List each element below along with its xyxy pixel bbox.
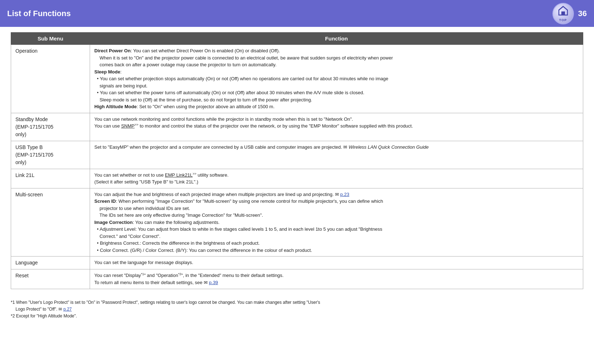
table-row: Language You can set the language for me… [11,257,583,269]
col-header-function: Function [90,33,583,45]
submenu-cell-reset: Reset [11,269,90,289]
page-title: List of Functions [7,9,71,18]
logo-text: TOP [559,18,567,22]
table-row: Link 21L You can set whether or not to u… [11,169,583,188]
footnote-2: *2 Except for "High Altitude Mode". [11,313,583,320]
logo-icon [557,5,569,18]
svg-marker-1 [563,6,567,10]
function-cell-language: You can set the language for message dis… [90,257,583,269]
submenu-cell-link21l: Link 21L [11,169,90,188]
footnote-1: *1 When "User's Logo Protect" is set to … [11,299,583,313]
table-row: Multi-screen You can adjust the hue and … [11,188,583,257]
function-cell-operation: Direct Power On: You can set whether Dir… [90,45,583,113]
function-cell-standby: You can use network monitoring and contr… [90,113,583,141]
function-cell-reset: You can reset "Display*1" and "Operation… [90,269,583,289]
svg-rect-3 [561,11,565,15]
function-cell-link21l: You can set whether or not to use EMP Li… [90,169,583,188]
page-number: 36 [578,9,587,18]
footnotes: *1 When "User's Logo Protect" is set to … [0,296,594,323]
submenu-cell-usbtypeb: USB Type B(EMP-1715/1705only) [11,141,90,169]
page-header: List of Functions TOP 36 [0,0,594,27]
submenu-cell-multiscreen: Multi-screen [11,188,90,257]
top-logo: TOP [552,3,574,24]
table-row: Reset You can reset "Display*1" and "Ope… [11,269,583,289]
submenu-cell-operation: Operation [11,45,90,113]
svg-line-2 [559,6,563,10]
table-row: Operation Direct Power On: You can set w… [11,45,583,113]
submenu-cell-language: Language [11,257,90,269]
function-cell-multiscreen: You can adjust the hue and brightness of… [90,188,583,257]
main-content: Sub Menu Function Operation Direct Power… [0,27,594,296]
table-row: Standby Mode(EMP-1715/1705only) You can … [11,113,583,141]
col-header-submenu: Sub Menu [11,33,90,45]
function-cell-usbtypeb: Set to "EasyMP" when the projector and a… [90,141,583,169]
functions-table: Sub Menu Function Operation Direct Power… [11,32,583,289]
header-right: TOP 36 [552,3,587,24]
table-row: USB Type B(EMP-1715/1705only) Set to "Ea… [11,141,583,169]
submenu-cell-standby: Standby Mode(EMP-1715/1705only) [11,113,90,141]
